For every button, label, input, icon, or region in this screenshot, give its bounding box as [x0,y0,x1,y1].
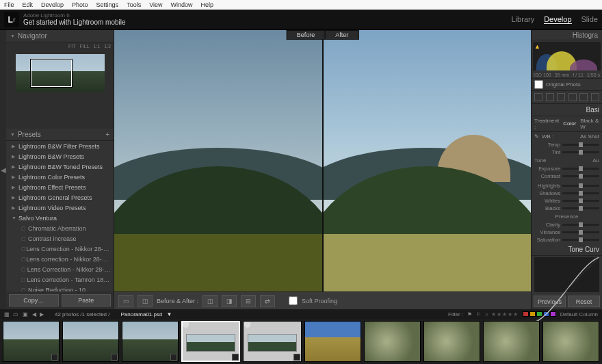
radial-filter-icon[interactable] [579,93,588,101]
slider-track[interactable] [562,175,599,177]
eyedropper-icon[interactable]: ✎ [534,133,539,140]
copy-button[interactable]: Copy… [9,294,59,307]
crop-tool-icon[interactable] [534,93,542,101]
histogram-header[interactable]: Histogra [532,30,602,40]
module-library[interactable]: Library [512,15,535,24]
slider-contrast[interactable]: Contrast [532,172,602,180]
menu-view[interactable]: View [149,1,162,8]
nav-mode-1-3[interactable]: 1:3 [104,44,111,49]
flag-icon[interactable] [244,322,250,328]
prev-photo-icon[interactable]: ◀ [32,311,36,317]
ba-side-button[interactable]: ◫ [202,295,218,307]
navigator-zoom-modes[interactable]: FITFILL1:11:3 [6,42,114,50]
grid-view-icon[interactable]: ▦ [4,311,10,317]
ba-split-button[interactable]: ◨ [222,295,237,307]
nav-mode-FIT[interactable]: FIT [68,44,76,49]
menu-edit[interactable]: Edit [23,1,34,8]
filmstrip-thumb[interactable] [243,321,302,362]
wb-value[interactable]: As Shot [580,133,599,140]
navigator-thumbnail[interactable] [16,54,105,92]
slider-track[interactable] [562,151,599,153]
next-photo-icon[interactable]: ▶ [40,311,44,317]
treatment-bw[interactable]: Black & W [580,118,599,130]
preset-item[interactable]: ▢Lens Correction - Nikkor 28-300 All [6,264,114,274]
soft-proofing-checkbox[interactable] [289,296,298,305]
menu-help[interactable]: Help [201,1,214,8]
menu-settings[interactable]: Settings [96,1,119,8]
preset-item[interactable]: ▢Lens correction - Tamron 18-270mm [6,274,114,285]
menu-develop[interactable]: Develop [41,1,64,8]
slider-track[interactable] [562,185,599,187]
preview-area[interactable]: Before After [114,30,531,291]
slider-knob[interactable] [579,174,583,179]
loupe-view-button[interactable]: ▭ [118,295,133,307]
filmstrip[interactable] [0,319,602,364]
slider-knob[interactable] [579,191,583,196]
slider-shadows[interactable]: Shadows [532,190,602,197]
filmstrip-thumb[interactable] [304,321,361,362]
second-window-icon[interactable]: ▣ [23,311,28,317]
preset-group[interactable]: ▶Lightroom Color Presets [6,172,114,182]
slider-knob[interactable] [579,237,583,242]
filmstrip-thumb[interactable] [483,321,540,362]
filmstrip-thumb[interactable] [364,321,421,362]
filmstrip-thumb[interactable] [181,321,240,362]
clipping-warning-icon[interactable]: ▲ [534,43,540,50]
slider-knob[interactable] [579,198,583,203]
histogram[interactable]: ▲ [533,42,601,70]
filmstrip-thumb[interactable] [542,321,599,362]
preset-group[interactable]: ▶Lightroom Effect Presets [6,182,114,192]
slider-track[interactable] [562,207,599,209]
menu-file[interactable]: File [4,1,14,8]
filmstrip-thumb[interactable] [423,321,480,362]
color-swatch[interactable] [523,311,529,317]
tone-curve[interactable] [534,257,599,292]
filmstrip-thumb[interactable] [62,321,119,362]
nav-mode-1-1[interactable]: 1:1 [94,44,101,49]
preset-item[interactable]: ▢Lens correction - Nikkor 28-300 - Vigne… [6,254,114,264]
nav-mode-FILL[interactable]: FILL [80,44,90,49]
navigator-viewport-frame[interactable] [31,60,72,87]
slider-knob[interactable] [579,166,583,171]
original-photo-checkbox[interactable] [534,80,543,89]
preset-group[interactable]: ▶Lightroom Video Presets [6,203,114,213]
slider-knob[interactable] [579,142,583,147]
slider-track[interactable] [562,231,599,233]
preset-item[interactable]: ▢Contrast increase [6,233,114,244]
slider-temp[interactable]: Temp [532,141,602,148]
preset-item[interactable]: ▢Lens Correction - Nikkor 28-300 - Disto… [6,244,114,254]
spot-tool-icon[interactable] [546,93,554,101]
brush-tool-icon[interactable] [591,93,599,101]
add-preset-icon[interactable]: + [105,131,109,138]
slider-tint[interactable]: Tint [532,148,602,156]
module-slide[interactable]: Slide [581,15,598,24]
ba-swap-button[interactable]: ⇄ [260,295,275,307]
original-photo-row[interactable]: Original Photo [532,79,602,91]
slider-knob[interactable] [579,183,583,188]
slider-clarity[interactable]: Clarity [532,221,602,229]
slider-track[interactable] [562,192,599,194]
preset-group[interactable]: ▶Lightroom B&W Toned Presets [6,161,114,172]
preset-group[interactable]: ▶Lightroom B&W Presets [6,151,114,161]
preset-group-expanded[interactable]: ▼Salvo Ventura [6,213,114,223]
menu-photo[interactable]: Photo [72,1,88,8]
menu-tools[interactable]: Tools [127,1,141,8]
loupe-view-icon[interactable]: ▭ [13,311,18,317]
grad-filter-icon[interactable] [568,93,577,101]
flag-filter-off-icon[interactable]: ⚐ [476,311,481,317]
slider-track[interactable] [562,144,599,146]
slider-track[interactable] [562,200,599,202]
filmstrip-thumb[interactable] [3,321,60,362]
mobile-prompt[interactable]: Get started with Lightroom mobile [23,18,126,26]
slider-track[interactable] [562,224,599,226]
slider-knob[interactable] [579,222,583,227]
slider-vibrance[interactable]: Vibrance [532,229,602,236]
slider-whites[interactable]: Whites [532,197,602,205]
slider-blacks[interactable]: Blacks [532,205,602,212]
ba-top-button[interactable]: ⊟ [241,295,256,307]
module-develop[interactable]: Develop [544,15,571,24]
preset-group[interactable]: ▶Lightroom General Presets [6,192,114,203]
treatment-color[interactable]: Color [563,120,576,127]
redeye-tool-icon[interactable] [557,93,565,101]
flag-filter-icon[interactable]: ⚑ [467,311,472,317]
